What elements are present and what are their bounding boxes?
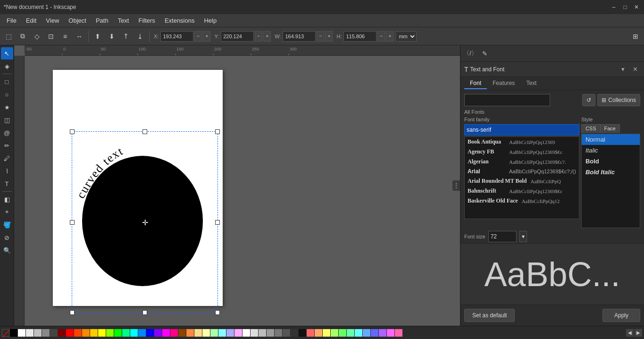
toolbar-scale[interactable]: ↔ <box>73 30 86 43</box>
font-family-input[interactable] <box>464 124 579 136</box>
color-swatch[interactable] <box>106 329 114 337</box>
color-swatch[interactable] <box>170 329 178 337</box>
color-swatch[interactable] <box>307 329 314 337</box>
h-dec[interactable]: − <box>377 31 385 42</box>
y-input[interactable] <box>221 31 254 42</box>
toolbar-nodes[interactable]: ◇ <box>30 30 43 43</box>
collections-button[interactable]: ⊞ Collections <box>597 94 640 106</box>
color-swatch[interactable] <box>243 329 250 337</box>
color-swatch[interactable] <box>339 329 346 337</box>
tool-3dbox[interactable]: ◫ <box>1 114 13 126</box>
tool-select[interactable]: ↖ <box>1 47 13 59</box>
color-swatch[interactable] <box>371 329 378 337</box>
color-swatch[interactable] <box>34 329 42 337</box>
color-swatch[interactable] <box>283 329 290 337</box>
color-swatch[interactable] <box>234 329 242 337</box>
set-default-button[interactable]: Set as default <box>464 309 515 322</box>
color-swatch[interactable] <box>202 329 210 337</box>
tab-features[interactable]: Features <box>487 78 520 89</box>
panel-icon-xml[interactable]: 〈/〉 <box>464 47 477 59</box>
tool-text[interactable]: T <box>1 178 13 190</box>
palette-prev[interactable]: ◀ <box>626 329 634 337</box>
maximize-button[interactable]: □ <box>621 3 629 11</box>
menu-view[interactable]: View <box>41 15 64 26</box>
tool-node[interactable]: ◈ <box>1 60 13 72</box>
tool-star[interactable]: ★ <box>1 101 13 113</box>
handle-br[interactable] <box>215 310 220 315</box>
unit-dropdown[interactable]: mm px pt <box>395 31 417 42</box>
handle-bc[interactable] <box>142 310 147 315</box>
menu-edit[interactable]: Edit <box>21 15 41 26</box>
color-swatch[interactable] <box>251 329 258 337</box>
toolbar-transform[interactable]: ⊡ <box>44 30 58 43</box>
handle-bl[interactable] <box>70 310 75 315</box>
color-swatch[interactable] <box>130 329 138 337</box>
tab-text[interactable]: Text <box>520 78 542 89</box>
color-swatch[interactable] <box>50 329 58 337</box>
font-search-input[interactable] <box>464 94 550 106</box>
h-inc[interactable]: + <box>386 31 393 42</box>
color-swatch[interactable] <box>66 329 74 337</box>
color-swatch[interactable] <box>162 329 170 337</box>
menu-filters[interactable]: Filters <box>134 15 159 26</box>
toolbar-select[interactable]: ⬚ <box>2 30 15 43</box>
color-swatch[interactable] <box>210 329 218 337</box>
toolbar-raise-top[interactable]: ⤒ <box>119 30 133 43</box>
font-list-item[interactable]: ArialAaBbCcIiPpQq12369$€c?;/() <box>465 167 579 176</box>
handle-tl[interactable] <box>70 129 75 134</box>
panel-close-icon[interactable]: ✕ <box>630 64 640 75</box>
face-button[interactable]: Face <box>600 124 620 133</box>
tool-paint[interactable]: 🪣 <box>1 219 13 231</box>
tool-pencil[interactable]: ✏ <box>1 139 13 152</box>
font-list-item[interactable]: Agency FBAaBbCcIiPpQq12369$€c <box>465 147 579 157</box>
tool-eraser[interactable]: ⊘ <box>1 231 13 244</box>
color-swatch[interactable] <box>395 329 402 337</box>
tool-calligraphy[interactable]: ⌇ <box>1 165 13 177</box>
color-swatch[interactable] <box>122 329 130 337</box>
refresh-button[interactable]: ↺ <box>582 94 595 106</box>
apply-button[interactable]: Apply <box>602 309 640 322</box>
font-list-item[interactable]: BahnschriftAaBbCcIiPpQq12369$€c <box>465 186 579 196</box>
color-swatch[interactable] <box>178 329 186 337</box>
canvas-panel-toggle[interactable]: ⋮ <box>452 180 460 191</box>
color-swatch[interactable] <box>299 329 306 337</box>
color-swatch[interactable] <box>275 329 282 337</box>
tool-rect[interactable]: □ <box>1 76 13 88</box>
swatch-transparent[interactable] <box>2 329 9 337</box>
color-swatch[interactable] <box>347 329 354 337</box>
font-list-item[interactable]: Book AntiquaAaBbCcIiPpQq12369 <box>465 137 579 147</box>
palette-next[interactable]: ▶ <box>635 329 642 337</box>
color-swatch[interactable] <box>138 329 146 337</box>
handle-tc[interactable] <box>142 129 147 134</box>
color-swatch[interactable] <box>18 329 25 337</box>
snap-toggle[interactable]: ⊞ <box>629 30 642 43</box>
font-size-dropdown[interactable]: ▾ <box>519 231 527 242</box>
tool-ellipse[interactable]: ○ <box>1 88 13 101</box>
w-inc[interactable]: + <box>325 31 333 42</box>
h-input[interactable] <box>343 31 376 42</box>
x-input[interactable] <box>160 31 193 42</box>
handle-mr[interactable] <box>215 220 220 225</box>
tool-spiral[interactable]: @ <box>1 127 13 139</box>
color-swatch[interactable] <box>259 329 266 337</box>
canvas-inner[interactable]: curved text ✛ <box>25 56 460 326</box>
menu-extensions[interactable]: Extensions <box>160 15 200 26</box>
color-swatch[interactable] <box>194 329 202 337</box>
menu-text[interactable]: Text <box>113 15 134 26</box>
color-swatch[interactable] <box>42 329 50 337</box>
color-swatch[interactable] <box>146 329 154 337</box>
toolbar-align[interactable]: ≡ <box>59 30 72 43</box>
w-dec[interactable]: − <box>317 31 324 42</box>
color-swatch[interactable] <box>58 329 66 337</box>
toolbar-lower[interactable]: ⬇ <box>105 30 118 43</box>
panel-expand-icon[interactable]: ▾ <box>618 64 628 75</box>
color-swatch[interactable] <box>291 329 298 337</box>
toolbar-select-all[interactable]: ⧉ <box>16 30 29 43</box>
tool-gradient[interactable]: ◧ <box>1 193 13 205</box>
tool-dropper[interactable]: ⌖ <box>1 206 13 218</box>
font-list-item[interactable]: AlgerianAaBbCcIiPpQq12369$€c?. <box>465 157 579 167</box>
color-swatch[interactable] <box>98 329 106 337</box>
color-swatch[interactable] <box>387 329 394 337</box>
tab-font[interactable]: Font <box>464 78 487 89</box>
font-list-item[interactable]: Baskerville Old FaceAaBbCcIiPpQq12 <box>465 196 579 206</box>
